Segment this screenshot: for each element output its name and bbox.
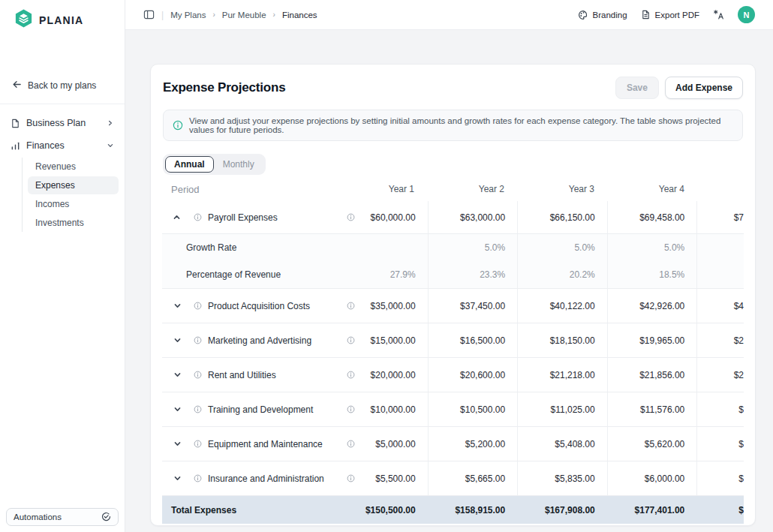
expense-name: Product Acquisition Costs — [208, 301, 310, 311]
breadcrumb-plan-name[interactable]: Pur Meuble — [222, 11, 266, 20]
add-expense-button[interactable]: Add Expense — [665, 77, 743, 99]
view-toggle: Annual Monthly — [163, 154, 743, 175]
expense-name: Marketing and Advertising — [208, 335, 311, 346]
brand-logo[interactable]: PLANIA — [0, 0, 125, 32]
expense-row: Payroll Expenses$60,000.00$63,000.00$66,… — [162, 201, 744, 234]
translate-icon[interactable] — [713, 9, 724, 20]
breadcrumb-my-plans[interactable]: My Plans — [170, 11, 206, 20]
expense-row: Product Acquisition Costs$35,000.00$37,4… — [162, 289, 744, 323]
back-link-label: Back to my plans — [28, 80, 96, 91]
expand-row-chevron-icon[interactable] — [168, 440, 186, 448]
export-pdf-button[interactable]: Export PDF — [641, 10, 699, 20]
palette-icon — [578, 10, 588, 20]
expense-row: Equipment and Maintenance$5,000.00$5,200… — [162, 427, 744, 461]
expense-name-cell: Equipment and Maintenance — [162, 427, 338, 461]
expand-row-chevron-icon[interactable] — [168, 405, 186, 413]
value-cell: $5,665.00 — [428, 461, 518, 495]
info-icon — [347, 405, 355, 413]
value-cell: $10,500.00 — [428, 392, 518, 426]
column-header-clipped — [696, 184, 744, 194]
value-cell: $19,965.00 — [607, 323, 697, 357]
breadcrumb-current: Finances — [282, 11, 317, 20]
collapse-row-chevron-icon[interactable] — [168, 213, 186, 221]
expense-name: Rent and Utilities — [208, 370, 276, 380]
total-value: $158,915.00 — [428, 496, 518, 524]
value-cell: $21,856.00 — [607, 358, 697, 392]
expense-value: $5,000.00 — [375, 439, 415, 449]
value-cell[interactable]: $10,000.00 — [338, 392, 428, 426]
expense-name: Payroll Expenses — [208, 212, 278, 223]
save-button[interactable]: Save — [615, 77, 659, 99]
value-cell-clipped: $2 — [696, 358, 744, 392]
expense-row: Insurance and Administration$5,500.00$5,… — [162, 461, 744, 496]
sidebar-item-revenues[interactable]: Revenues — [28, 158, 119, 176]
value-cell[interactable]: $15,000.00 — [338, 323, 428, 357]
branding-button[interactable]: Branding — [578, 10, 627, 20]
detail-value: 20.2% — [517, 261, 607, 288]
file-icon — [641, 10, 651, 20]
value-cell[interactable]: $35,000.00 — [338, 289, 428, 323]
value-cell[interactable]: $5,500.00 — [338, 461, 428, 495]
expand-row-chevron-icon[interactable] — [168, 474, 186, 482]
info-icon — [347, 474, 355, 482]
automations-button[interactable]: Automations — [6, 508, 119, 526]
expand-row-chevron-icon[interactable] — [168, 302, 186, 310]
expense-name: Training and Development — [208, 404, 313, 415]
detail-value-clipped — [696, 261, 744, 288]
detail-value-clipped — [696, 234, 744, 261]
document-icon — [11, 119, 20, 128]
info-icon — [194, 440, 202, 448]
value-cell: $40,122.00 — [517, 289, 607, 323]
expand-row-chevron-icon[interactable] — [168, 336, 186, 344]
sidebar-nav: Business Plan Finances Revenues Expenses… — [0, 104, 125, 232]
info-icon — [347, 440, 355, 448]
expand-row-chevron-icon[interactable] — [168, 371, 186, 379]
value-cell[interactable]: $5,000.00 — [338, 427, 428, 461]
expense-projections-card: Expense Projections Save Add Expense Vie… — [150, 64, 756, 526]
total-value: $150,500.00 — [338, 496, 428, 524]
breadcrumb: | My Plans › Pur Meuble › Finances — [143, 9, 317, 20]
sidebar-item-business-plan[interactable]: Business Plan — [6, 112, 119, 134]
detail-value: 23.3% — [428, 261, 518, 288]
detail-label: Growth Rate — [162, 234, 338, 261]
arrow-left-icon — [12, 80, 22, 92]
detail-value[interactable]: 5.0% — [517, 234, 607, 261]
toggle-annual[interactable]: Annual — [165, 156, 214, 173]
value-cell: $21,218.00 — [517, 358, 607, 392]
value-cell: $18,150.00 — [517, 323, 607, 357]
expense-row: Marketing and Advertising$15,000.00$16,5… — [162, 323, 744, 358]
info-icon — [347, 302, 355, 310]
sidebar-item-finances[interactable]: Finances — [6, 134, 119, 157]
info-icon — [347, 213, 355, 221]
detail-row: Percentage of Revenue27.9%23.3%20.2%18.5… — [162, 261, 744, 288]
sidebar-item-investments[interactable]: Investments — [28, 214, 119, 232]
expense-name-cell: Marketing and Advertising — [162, 323, 338, 357]
value-cell[interactable]: $20,000.00 — [338, 358, 428, 392]
info-icon — [194, 371, 202, 379]
detail-value: 18.5% — [607, 261, 697, 288]
value-cell: $69,458.00 — [607, 201, 697, 233]
toggle-monthly[interactable]: Monthly — [214, 156, 263, 173]
column-header: Year 1 — [336, 184, 426, 194]
value-cell: $63,000.00 — [428, 201, 518, 233]
chevron-right-icon: › — [212, 11, 215, 19]
total-value: $167,908.00 — [517, 496, 607, 524]
expense-value: $20,000.00 — [371, 370, 416, 380]
avatar[interactable]: N — [738, 6, 755, 23]
value-cell-clipped: $7 — [696, 201, 744, 233]
expense-value: $35,000.00 — [371, 301, 416, 311]
sidebar-item-expenses[interactable]: Expenses — [28, 176, 119, 194]
info-icon — [347, 371, 355, 379]
sidebar-item-incomes[interactable]: Incomes — [28, 195, 119, 213]
detail-value[interactable]: 5.0% — [428, 234, 518, 261]
detail-value[interactable]: 5.0% — [607, 234, 697, 261]
info-icon — [194, 302, 202, 310]
finances-sub-list: Revenues Expenses Incomes Investments — [22, 158, 119, 232]
value-cell[interactable]: $60,000.00 — [338, 201, 428, 233]
back-to-plans-link[interactable]: Back to my plans — [12, 80, 113, 104]
total-label: Total Expenses — [162, 496, 338, 524]
info-icon — [194, 474, 202, 482]
year-headers: Year 1Year 2Year 3Year 4 — [336, 184, 744, 194]
value-cell: $5,835.00 — [517, 461, 607, 495]
sidebar-toggle-icon[interactable] — [143, 9, 155, 20]
